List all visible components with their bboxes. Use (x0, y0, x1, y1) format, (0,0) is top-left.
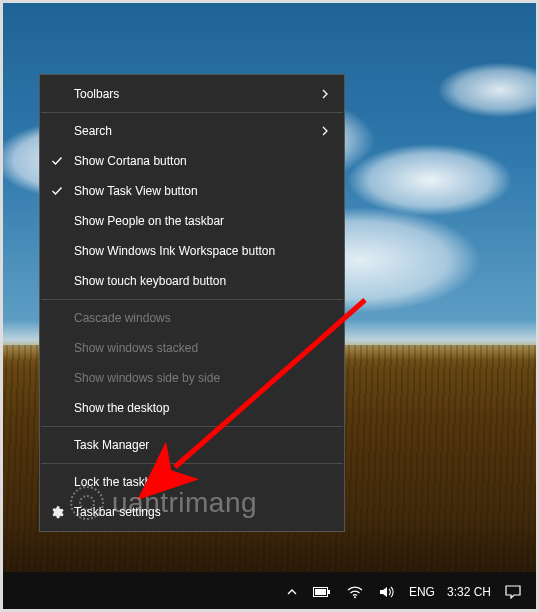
menu-item-search[interactable]: Search (40, 116, 344, 146)
chevron-up-icon (287, 587, 297, 597)
check-icon (50, 154, 64, 168)
show-desktop-button[interactable] (529, 572, 535, 612)
menu-item-windows-side-by-side: Show windows side by side (40, 363, 344, 393)
menu-item-label: Show touch keyboard button (74, 274, 226, 288)
svg-point-4 (354, 596, 356, 598)
menu-separator (41, 112, 343, 113)
menu-item-show-touch-keyboard[interactable]: Show touch keyboard button (40, 266, 344, 296)
menu-item-label: Taskbar settings (74, 505, 161, 519)
taskbar-context-menu: Toolbars Search Show Cortana button Show… (39, 74, 345, 532)
menu-item-label: Cascade windows (74, 311, 171, 325)
tray-action-center-icon[interactable] (497, 572, 529, 612)
menu-item-label: Show People on the taskbar (74, 214, 224, 228)
menu-item-taskbar-settings[interactable]: Taskbar settings (40, 497, 344, 527)
menu-item-show-task-view[interactable]: Show Task View button (40, 176, 344, 206)
speaker-icon (379, 585, 395, 599)
menu-item-show-ink[interactable]: Show Windows Ink Workspace button (40, 236, 344, 266)
tray-wifi-icon[interactable] (339, 572, 371, 612)
menu-separator (41, 463, 343, 464)
menu-item-label: Show Task View button (74, 184, 198, 198)
menu-item-show-desktop[interactable]: Show the desktop (40, 393, 344, 423)
battery-icon (313, 586, 331, 598)
menu-separator (41, 426, 343, 427)
system-tray: ENG 3:32 CH (279, 572, 535, 612)
chevron-right-icon (320, 89, 330, 99)
menu-item-label: Search (74, 124, 112, 138)
menu-item-windows-stacked: Show windows stacked (40, 333, 344, 363)
menu-item-cascade-windows: Cascade windows (40, 303, 344, 333)
tray-overflow-button[interactable] (279, 572, 305, 612)
tray-ime-indicator[interactable]: ENG (403, 572, 441, 612)
svg-rect-2 (328, 590, 330, 594)
menu-item-label: Show windows side by side (74, 371, 220, 385)
menu-item-label: Show windows stacked (74, 341, 198, 355)
menu-separator (41, 299, 343, 300)
menu-item-task-manager[interactable]: Task Manager (40, 430, 344, 460)
menu-item-lock-taskbar[interactable]: Lock the taskbar (40, 467, 344, 497)
clock-time: 3:32 CH (447, 585, 491, 599)
ime-label: ENG (409, 585, 435, 599)
taskbar[interactable]: ENG 3:32 CH (0, 572, 539, 612)
menu-item-show-cortana[interactable]: Show Cortana button (40, 146, 344, 176)
menu-item-label: Show Cortana button (74, 154, 187, 168)
menu-item-label: Task Manager (74, 438, 149, 452)
tray-battery-icon[interactable] (305, 572, 339, 612)
chevron-right-icon (320, 126, 330, 136)
menu-item-label: Toolbars (74, 87, 119, 101)
svg-rect-3 (315, 589, 326, 595)
menu-item-label: Show Windows Ink Workspace button (74, 244, 275, 258)
tray-clock[interactable]: 3:32 CH (441, 572, 497, 612)
menu-item-toolbars[interactable]: Toolbars (40, 79, 344, 109)
menu-item-label: Lock the taskbar (74, 475, 162, 489)
check-icon (50, 184, 64, 198)
tray-volume-icon[interactable] (371, 572, 403, 612)
notification-icon (505, 585, 521, 599)
gear-icon (48, 504, 64, 520)
menu-item-show-people[interactable]: Show People on the taskbar (40, 206, 344, 236)
wifi-icon (347, 585, 363, 599)
menu-item-label: Show the desktop (74, 401, 169, 415)
